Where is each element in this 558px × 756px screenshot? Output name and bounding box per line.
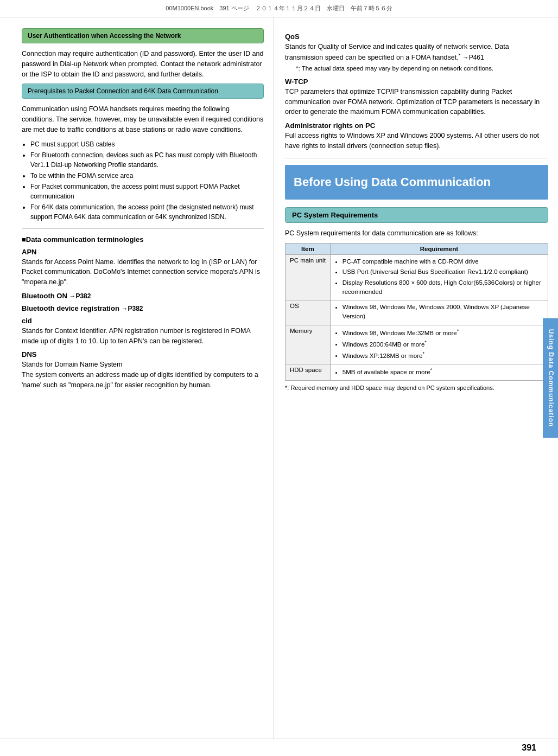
list-item: Windows 98, Windows Me, Windows 2000, Wi… xyxy=(343,303,543,322)
term-apn-body: Stands for Access Point Name. Identifies… xyxy=(22,257,264,287)
bluetooth-reg-ref: →P382 xyxy=(122,305,143,312)
user-auth-header: User Authentication when Accessing the N… xyxy=(22,28,264,43)
requirement-cell: PC-AT compatible machine with a CD-ROM d… xyxy=(330,255,548,300)
qos-body: Stands for Quality of Service and indica… xyxy=(285,42,548,63)
term-apn: APN Stands for Access Point Name. Identi… xyxy=(22,248,264,287)
list-item: PC must support USB cables xyxy=(30,139,264,149)
divider xyxy=(22,228,264,229)
requirement-cell: Windows 98, Windows Me, Windows 2000, Wi… xyxy=(330,300,548,325)
header-bar: 00M1000EN.book 391 ページ ２０１４年１１月２４日 水曜日 午… xyxy=(0,0,558,17)
list-item: PC-AT compatible machine with a CD-ROM d… xyxy=(343,257,543,266)
wtcp-body: TCP parameters that optimize TCP/IP tran… xyxy=(285,87,548,117)
requirements-table: Item Requirement PC main unit PC-AT comp… xyxy=(285,243,548,381)
table-footnote: *: Required memory and HDD space may dep… xyxy=(285,384,548,392)
wtcp-title: W-TCP xyxy=(285,78,548,86)
asterisk: * xyxy=(459,53,461,58)
pc-system-intro: PC System requirements for data communic… xyxy=(285,228,548,239)
list-item: For Bluetooth connection, devices such a… xyxy=(30,150,264,170)
term-dns-title: DNS xyxy=(22,350,264,358)
page: 00M1000EN.book 391 ページ ２０１４年１１月２４日 水曜日 午… xyxy=(0,0,558,756)
user-auth-body: Connection may require authentication (I… xyxy=(22,49,264,79)
qos-title: QoS xyxy=(285,33,548,41)
qos-ref: →P461 xyxy=(462,54,484,61)
term-apn-title: APN xyxy=(22,248,264,256)
requirement-cell: Windows 98, Windows Me:32MB or more* Win… xyxy=(330,325,548,364)
list-item: To be within the FOMA service area xyxy=(30,171,264,181)
table-row: Memory Windows 98, Windows Me:32MB or mo… xyxy=(286,325,548,364)
right-divider xyxy=(285,158,548,158)
list-item: 5MB of available space or more* xyxy=(343,367,543,377)
term-cid-body: Stands for Context Identifier. APN regis… xyxy=(22,326,264,347)
admin-rights-title: Administrator rights on PC xyxy=(285,121,548,130)
header-text: 00M1000EN.book 391 ページ ２０１４年１１月２４日 水曜日 午… xyxy=(166,4,392,12)
term-cid: cid Stands for Context Identifier. APN r… xyxy=(22,317,264,347)
list-item: Display Resolutions 800 × 600 dots, High… xyxy=(343,278,543,297)
table-row: HDD space 5MB of available space or more… xyxy=(286,364,548,380)
term-bluetooth-on-title: Bluetooth ON →P382 xyxy=(22,292,264,300)
terminologies-title: ■Data communication terminologies xyxy=(22,235,264,244)
left-column: User Authentication when Accessing the N… xyxy=(0,17,274,739)
bluetooth-on-ref: →P382 xyxy=(69,292,91,300)
item-cell: HDD space xyxy=(286,364,331,380)
right-column: QoS Stands for Quality of Service and in… xyxy=(274,17,558,739)
requirement-cell: 5MB of available space or more* xyxy=(330,364,548,380)
prerequisites-body: Communication using FOMA handsets requir… xyxy=(22,104,264,134)
list-item: Windows 98, Windows Me:32MB or more* xyxy=(343,328,543,338)
term-bluetooth-reg: Bluetooth device registration →P382 xyxy=(22,304,264,312)
qos-asterisk-note: *: The actual data speed may vary by dep… xyxy=(285,64,548,73)
list-item: For Packet communication, the access poi… xyxy=(30,182,264,201)
wtcp-section: W-TCP TCP parameters that optimize TCP/I… xyxy=(285,78,548,117)
admin-rights-body: Full access rights to Windows XP and Win… xyxy=(285,131,548,151)
term-dns: DNS Stands for Domain Name SystemThe sys… xyxy=(22,350,264,390)
footer-bar: 391 xyxy=(0,739,558,756)
term-bluetooth-on: Bluetooth ON →P382 xyxy=(22,292,264,300)
big-section-title: Before Using Data Communication xyxy=(294,175,540,190)
table-header-row: Item Requirement xyxy=(286,244,548,255)
page-number: 391 xyxy=(522,743,536,753)
item-cell: Memory xyxy=(286,325,331,364)
prerequisites-header: Prerequisites to Packet Connection and 6… xyxy=(22,84,264,99)
term-bluetooth-reg-title: Bluetooth device registration →P382 xyxy=(22,304,264,312)
term-dns-body: Stands for Domain Name SystemThe system … xyxy=(22,360,264,390)
item-cell: OS xyxy=(286,300,331,325)
big-section-header: Before Using Data Communication xyxy=(285,165,548,200)
table-row: OS Windows 98, Windows Me, Windows 2000,… xyxy=(286,300,548,325)
table-row: PC main unit PC-AT compatible machine wi… xyxy=(286,255,548,300)
list-item: Windows XP:128MB or more* xyxy=(343,350,543,361)
item-cell: PC main unit xyxy=(286,255,331,300)
col-requirement-header: Requirement xyxy=(330,244,548,255)
term-cid-title: cid xyxy=(22,317,264,325)
prerequisites-list: PC must support USB cables For Bluetooth… xyxy=(22,139,264,222)
list-item: For 64K data communication, the access p… xyxy=(30,202,264,222)
pc-system-header: PC System Requirements xyxy=(285,207,548,223)
content-area: User Authentication when Accessing the N… xyxy=(0,17,558,739)
list-item: USB Port (Universal Serial Bus Specifica… xyxy=(343,267,543,277)
list-item: Windows 2000:64MB or more* xyxy=(343,339,543,349)
admin-rights-section: Administrator rights on PC Full access r… xyxy=(285,121,548,151)
qos-section: QoS Stands for Quality of Service and in… xyxy=(285,33,548,73)
sidebar-tab: Using Data Communication xyxy=(543,318,558,438)
col-item-header: Item xyxy=(286,244,331,255)
terminologies-section: ■Data communication terminologies APN St… xyxy=(22,235,264,390)
